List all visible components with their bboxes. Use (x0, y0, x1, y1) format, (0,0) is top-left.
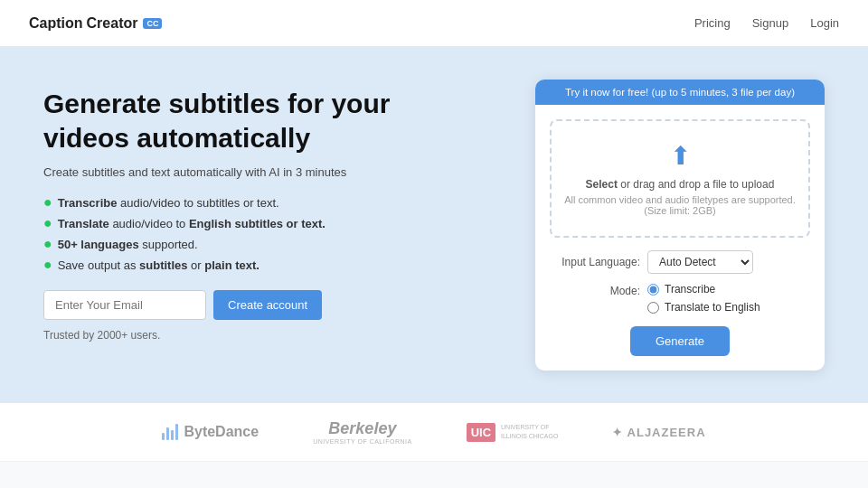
feature-translate: ● Translate audio/video to English subti… (43, 216, 499, 230)
radio-translate[interactable]: Translate to English (647, 301, 760, 314)
create-account-button[interactable]: Create account (213, 290, 322, 320)
language-select[interactable]: Auto Detect (647, 250, 753, 274)
logos-bar: ByteDance Berkeley UNIVERSITY OF CALIFOR… (0, 403, 868, 462)
navbar: CaptionCreator CC Pricing Signup Login (0, 0, 868, 47)
hero-left: Generate subtitles for your videos autom… (43, 80, 499, 342)
transcribe-section: Video/Audio Subtitle/Text 🇮🇳 🇯🇵 🇧🇷 → 🇮🇳 … (0, 462, 868, 488)
bytedance-text: ByteDance (184, 424, 259, 440)
logo[interactable]: CaptionCreator CC (29, 15, 162, 32)
email-input[interactable] (43, 290, 206, 320)
upload-icon: ⬆ (562, 141, 797, 171)
mode-row: Mode: Transcribe Translate to English (550, 283, 810, 314)
input-language-label: Input Language: (550, 256, 640, 268)
radio-group: Transcribe Translate to English (647, 283, 760, 314)
upload-card-banner: Try it now for free! (up to 5 minutes, 3… (535, 80, 825, 105)
logo-bytedance: ByteDance (162, 424, 259, 440)
drop-text: Select or drag and drop a file to upload (562, 178, 797, 191)
radio-transcribe[interactable]: Transcribe (647, 283, 760, 296)
generate-button[interactable]: Generate (630, 326, 730, 356)
drop-zone[interactable]: ⬆ Select or drag and drop a file to uplo… (550, 119, 810, 238)
dot-icon: ● (43, 216, 52, 230)
features-list: ● Transcribe audio/video to subtitles or… (43, 195, 499, 272)
nav-login[interactable]: Login (810, 16, 839, 30)
cc-badge: CC (143, 18, 162, 29)
mode-label: Mode: (550, 283, 640, 297)
hero-subtitle: Create subtitles and text automatically … (43, 165, 499, 179)
nav-signup[interactable]: Signup (752, 16, 788, 30)
hero-section: Generate subtitles for your videos autom… (0, 47, 868, 403)
logo-creator: Creator (87, 15, 138, 32)
trust-text: Trusted by 2000+ users. (43, 329, 499, 342)
dot-icon: ● (43, 258, 52, 272)
feature-languages: ● 50+ languages supported. (43, 237, 499, 251)
logo-uic: UIC UNIVERSITY OFILLINOIS CHICAGO (467, 423, 559, 442)
upload-card: Try it now for free! (up to 5 minutes, 3… (535, 80, 825, 371)
nav-pricing[interactable]: Pricing (694, 16, 731, 30)
logo-caption: Caption (29, 15, 83, 32)
drop-sub: All common video and audio filetypes are… (562, 194, 797, 216)
nav-links: Pricing Signup Login (694, 16, 839, 30)
upload-card-body: ⬆ Select or drag and drop a file to uplo… (535, 105, 825, 371)
hero-heading: Generate subtitles for your videos autom… (43, 87, 499, 155)
feature-transcribe: ● Transcribe audio/video to subtitles or… (43, 195, 499, 210)
feature-save: ● Save output as subtitles or plain text… (43, 258, 499, 272)
dot-icon: ● (43, 195, 52, 210)
logo-berkeley: Berkeley UNIVERSITY OF CALIFORNIA (313, 419, 412, 445)
input-language-row: Input Language: Auto Detect (550, 250, 810, 274)
email-row: Create account (43, 290, 499, 320)
logo-aljazeera: ✦ ALJAZEERA (612, 425, 705, 439)
dot-icon: ● (43, 237, 52, 251)
